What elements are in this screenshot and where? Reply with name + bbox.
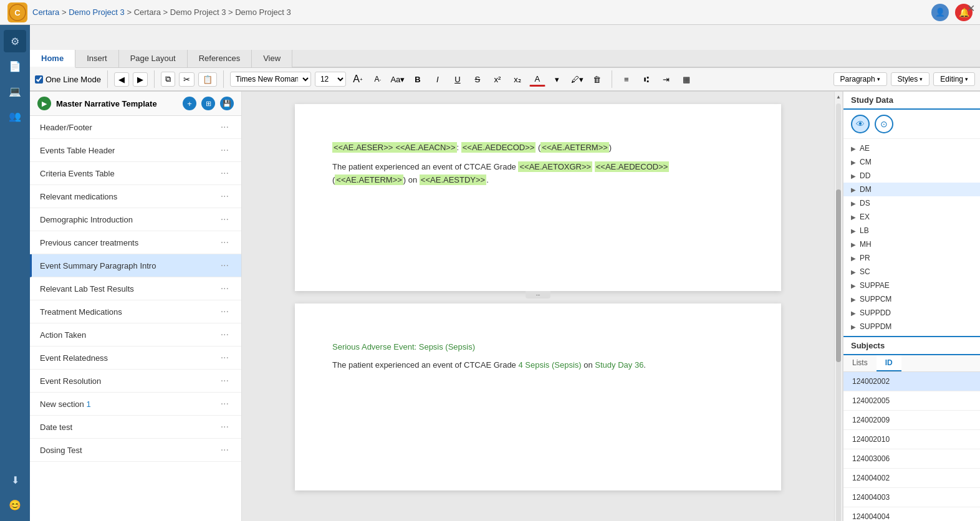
section-item-lab-results-menu[interactable]: ··· <box>218 283 231 294</box>
tab-home[interactable]: Home <box>30 50 75 68</box>
section-item-new-section-menu[interactable]: ··· <box>218 398 231 409</box>
tab-insert[interactable]: Insert <box>75 50 119 67</box>
section-item-header-footer-menu[interactable]: ··· <box>218 122 231 133</box>
clear-format-btn[interactable]: 🗑 <box>589 72 605 87</box>
sidebar-item-settings[interactable]: 😊 <box>4 494 26 516</box>
tree-item-suppdm[interactable]: ▶ SUPPDM <box>843 320 980 333</box>
section-item-date-test[interactable]: Date test ··· <box>30 416 241 439</box>
breadcrumb-project[interactable]: Demo Project 3 <box>69 7 125 17</box>
tab-view[interactable]: View <box>252 50 292 67</box>
document-page-template[interactable]: <<AE.AESER>><<AE.AEACN>>: <<AE.AEDECOD>>… <box>295 104 781 291</box>
font-shrink-btn[interactable]: A- <box>370 72 386 87</box>
subject-item-4[interactable]: 124003006 <box>843 449 980 469</box>
strikethrough-btn[interactable]: S <box>469 72 486 87</box>
section-item-relevant-medications[interactable]: Relevant medications ··· <box>30 185 241 208</box>
section-item-events-table-header-menu[interactable]: ··· <box>218 145 231 156</box>
tree-item-ds[interactable]: ▶ DS <box>843 196 980 210</box>
section-item-relevant-medications-menu[interactable]: ··· <box>218 191 231 202</box>
section-item-treatment-medications-menu[interactable]: ··· <box>218 306 231 317</box>
tree-item-cm[interactable]: ▶ CM <box>843 155 980 169</box>
subject-item-3[interactable]: 124002010 <box>843 430 980 449</box>
section-item-event-relatedness-menu[interactable]: ··· <box>218 352 231 363</box>
scrollbar-track[interactable] <box>836 103 841 521</box>
user-icon[interactable]: 👤 <box>931 4 949 21</box>
tree-item-sc[interactable]: ▶ SC <box>843 265 980 279</box>
underline-btn[interactable]: U <box>449 72 466 87</box>
sidebar-item-home[interactable]: ⚙ <box>4 30 26 52</box>
superscript-btn[interactable]: x² <box>489 72 506 87</box>
study-view-btn[interactable]: 👁 <box>851 115 870 133</box>
section-item-header-footer[interactable]: Header/Footer ··· <box>30 116 241 139</box>
tree-item-lb[interactable]: ▶ LB <box>843 224 980 237</box>
section-item-date-test-menu[interactable]: ··· <box>218 421 231 433</box>
table-btn[interactable]: ▦ <box>678 72 694 87</box>
copy-btn[interactable]: ⧉ <box>161 72 175 87</box>
section-item-event-resolution-menu[interactable]: ··· <box>218 375 231 386</box>
tab-page-layout[interactable]: Page Layout <box>119 50 188 67</box>
subject-item-0[interactable]: 124002002 <box>843 372 980 391</box>
section-item-action-taken[interactable]: Action Taken ··· <box>30 323 241 347</box>
font-color-arrow[interactable]: ▾ <box>549 72 565 87</box>
scrollbar-up[interactable]: ▲ <box>833 92 843 102</box>
one-line-mode-label[interactable]: One Line Mode <box>35 75 101 84</box>
tree-item-suppae[interactable]: ▶ SUPPAE <box>843 279 980 292</box>
tree-item-dm[interactable]: ▶ DM <box>843 183 980 196</box>
tree-item-suppcm[interactable]: ▶ SUPPCM <box>843 292 980 306</box>
section-item-events-table-header[interactable]: Events Table Header ··· <box>30 139 241 162</box>
subject-item-1[interactable]: 124002005 <box>843 391 980 411</box>
section-item-lab-results[interactable]: Relevant Lab Test Results ··· <box>30 277 241 300</box>
cut-btn[interactable]: ✂ <box>179 72 195 87</box>
study-settings-btn[interactable]: ⊙ <box>875 115 893 133</box>
sidebar-item-download[interactable]: ⬇ <box>4 469 26 491</box>
section-item-dosing-test[interactable]: Dosing Test ··· <box>30 439 241 462</box>
section-item-treatment-medications[interactable]: Treatment Medications ··· <box>30 300 241 323</box>
section-item-dosing-test-menu[interactable]: ··· <box>218 444 231 456</box>
font-name-select[interactable]: Times New Roman Arial Calibri <box>230 72 311 87</box>
indent-btn[interactable]: ⇥ <box>658 72 675 87</box>
tree-item-dd[interactable]: ▶ DD <box>843 169 980 183</box>
tree-item-pr[interactable]: ▶ PR <box>843 251 980 265</box>
section-item-event-resolution[interactable]: Event Resolution ··· <box>30 370 241 393</box>
section-item-event-relatedness[interactable]: Event Relatedness ··· <box>30 347 241 370</box>
section-item-demographic-intro[interactable]: Demographic Introduction ··· <box>30 208 241 231</box>
section-item-criteria-events-menu[interactable]: ··· <box>218 168 231 179</box>
subject-item-2[interactable]: 124002009 <box>843 411 980 430</box>
section-options-btn[interactable]: ⊞ <box>201 97 215 110</box>
sidebar-item-laptop[interactable]: 💻 <box>4 80 26 102</box>
section-item-new-section[interactable]: New section 1 ··· <box>30 393 241 416</box>
subscript-btn[interactable]: x₂ <box>509 72 526 87</box>
sidebar-item-users[interactable]: 👥 <box>4 105 26 127</box>
section-item-action-taken-menu[interactable]: ··· <box>218 329 231 340</box>
sidebar-item-docs[interactable]: 📄 <box>4 55 26 77</box>
add-section-btn[interactable]: + <box>183 97 196 110</box>
section-item-event-summary-menu[interactable]: ··· <box>218 260 231 271</box>
section-save-btn[interactable]: 💾 <box>220 97 234 110</box>
paste-btn[interactable]: 📋 <box>198 72 217 87</box>
tab-references[interactable]: References <box>188 50 252 67</box>
section-item-criteria-events[interactable]: Criteria Events Table ··· <box>30 162 241 185</box>
tree-item-suppdd[interactable]: ▶ SUPPDD <box>843 306 980 320</box>
subjects-tab-id[interactable]: ID <box>877 355 901 371</box>
section-item-demographic-intro-menu[interactable]: ··· <box>218 214 231 225</box>
subjects-tab-lists[interactable]: Lists <box>843 355 877 371</box>
editor-main[interactable]: <<AE.AESER>><<AE.AEACN>>: <<AE.AEDECOD>>… <box>242 92 834 521</box>
styles-btn[interactable]: Styles ▾ <box>891 72 930 86</box>
document-page-preview[interactable]: Serious Adverse Event: Sepsis (Sepsis) T… <box>295 304 781 490</box>
subject-item-7[interactable]: 124004004 <box>843 507 980 521</box>
forward-btn[interactable]: ▶ <box>133 72 148 87</box>
highlight-btn[interactable]: 🖊▾ <box>569 72 585 87</box>
subject-item-6[interactable]: 124004003 <box>843 488 980 507</box>
tree-item-ex[interactable]: ▶ EX <box>843 210 980 224</box>
font-size-select[interactable]: 12 10 14 16 <box>315 72 346 87</box>
italic-btn[interactable]: I <box>430 72 446 87</box>
one-line-mode-checkbox[interactable] <box>35 75 43 84</box>
play-btn[interactable]: ▶ <box>37 97 51 110</box>
center-scrollbar[interactable]: ▲ ▼ <box>834 92 843 521</box>
section-item-prev-cancer[interactable]: Previous cancer treatments ··· <box>30 231 241 254</box>
editing-btn[interactable]: Editing ▾ <box>933 72 975 86</box>
section-item-event-summary[interactable]: Event Summary Paragraph Intro ··· <box>30 254 241 277</box>
paragraph-btn[interactable]: Paragraph ▾ <box>833 72 887 86</box>
subject-item-5[interactable]: 124004002 <box>843 469 980 488</box>
case-btn[interactable]: Aa▾ <box>390 72 406 87</box>
font-color-btn[interactable]: A <box>529 72 545 87</box>
